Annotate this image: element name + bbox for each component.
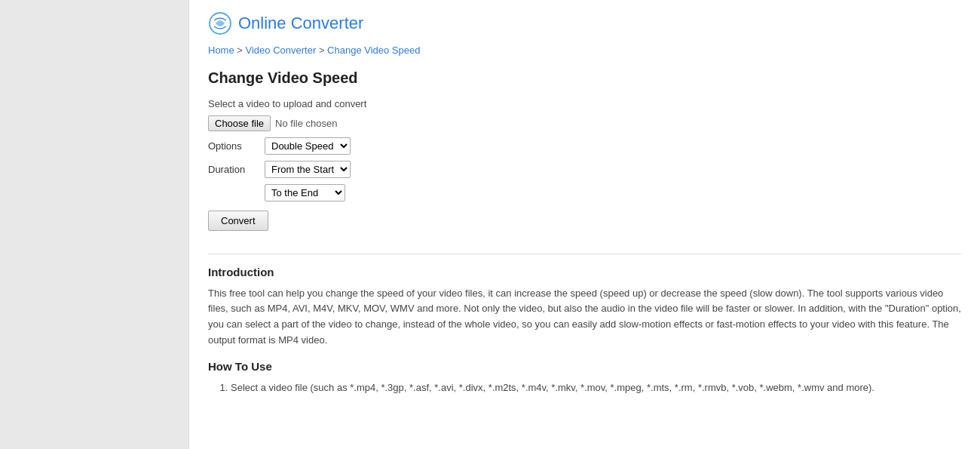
main-content: Online Converter Home > Video Converter … bbox=[188, 0, 980, 449]
breadcrumb-video-converter[interactable]: Video Converter bbox=[246, 45, 317, 56]
logo-icon bbox=[208, 11, 232, 35]
duration-to-select[interactable]: To the End Custom Time bbox=[265, 184, 345, 201]
breadcrumb-sep2: > bbox=[319, 45, 325, 56]
how-to-step1: Select a video file (such as *.mp4, *.3g… bbox=[231, 380, 961, 396]
no-file-text: No file chosen bbox=[275, 118, 337, 129]
left-sidebar bbox=[0, 0, 188, 449]
convert-btn-wrapper: Convert bbox=[208, 211, 961, 246]
options-select[interactable]: Double Speed Half Speed Normal Speed 4x … bbox=[265, 137, 351, 155]
divider bbox=[208, 254, 961, 254]
duration-from-row: Duration From the Start Custom Time bbox=[208, 161, 961, 178]
choose-file-button[interactable]: Choose file bbox=[208, 115, 271, 131]
how-to-list: Select a video file (such as *.mp4, *.3g… bbox=[208, 380, 961, 396]
convert-button[interactable]: Convert bbox=[208, 211, 268, 231]
logo-text: Online Converter bbox=[238, 14, 363, 33]
duration-from-select[interactable]: From the Start Custom Time bbox=[265, 161, 351, 178]
duration-to-row: To the End Custom Time bbox=[208, 184, 961, 201]
breadcrumb: Home > Video Converter > Change Video Sp… bbox=[208, 43, 961, 58]
introduction-text: This free tool can help you change the s… bbox=[208, 286, 961, 349]
upload-description: Select a video to upload and convert bbox=[208, 98, 961, 109]
logo-area: Online Converter bbox=[208, 11, 961, 35]
options-row: Options Double Speed Half Speed Normal S… bbox=[208, 137, 961, 155]
page-title: Change Video Speed bbox=[208, 69, 961, 87]
file-chooser-row: Choose file No file chosen bbox=[208, 115, 961, 131]
options-label: Options bbox=[208, 140, 265, 152]
duration-label: Duration bbox=[208, 164, 265, 175]
breadcrumb-sep1: > bbox=[237, 45, 243, 56]
breadcrumb-home[interactable]: Home bbox=[208, 45, 234, 56]
breadcrumb-change-video-speed[interactable]: Change Video Speed bbox=[327, 45, 420, 56]
how-to-title: How To Use bbox=[208, 360, 961, 373]
introduction-title: Introduction bbox=[208, 266, 961, 278]
